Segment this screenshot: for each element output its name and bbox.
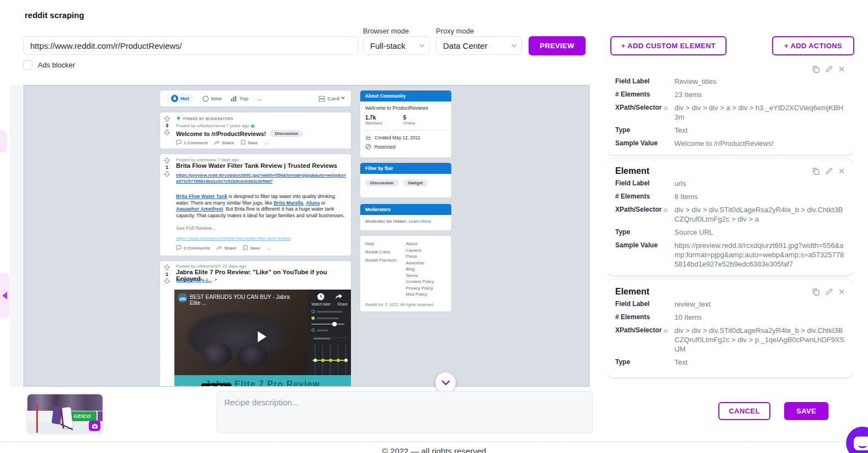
footer-link[interactable]: About [406,241,446,246]
flair-pill[interactable]: Discussion [270,130,303,137]
share-button[interactable]: Share [217,245,236,251]
change-thumbnail-button[interactable] [89,421,100,431]
inline-link[interactable]: Brita Flow Water Tank [176,194,228,199]
inline-link[interactable]: Brita Marella [274,200,303,206]
moderators-text: Moderator list hidden. [365,219,407,224]
ads-blocker-row: Ads blocker [23,60,75,70]
sort-new-tab[interactable]: New [202,95,222,102]
recipe-description-input[interactable] [217,391,593,433]
comment-icon [176,245,181,251]
chevron-down-icon [512,42,517,47]
footer-link[interactable]: Content Policy [406,279,446,284]
post-title[interactable]: Brita Flow Water Filter Tank Review | Tr… [176,162,337,169]
downvote-icon[interactable] [164,171,170,177]
side-panel-collapse-tab[interactable] [0,273,9,318]
xpath-target-icon[interactable]: ◎ [663,105,668,111]
play-button[interactable] [258,331,266,342]
copy-icon[interactable] [812,167,820,175]
sample-value: Welcome to /r/ProductReviews! [674,139,845,148]
chat-icon [854,437,868,450]
recipe-thumbnail[interactable]: GEICO [26,393,104,435]
footer-divider [0,441,868,442]
add-actions-button[interactable]: + ADD ACTIONS [772,36,854,55]
post-card: 3 PINNED BY MODERATORS Posted by u/Notic… [160,112,351,149]
footer-link[interactable]: Reddit Premium [365,258,406,263]
edit-icon[interactable] [825,288,833,296]
footer-link[interactable]: Help [365,241,406,246]
elements-count-value: 6 Items [674,192,845,201]
learn-more-link[interactable]: Learn More [409,219,431,224]
footer-link[interactable]: Reddit Coins [365,250,406,254]
xpath-target-icon[interactable]: ◎ [663,328,668,333]
watch-on-youtube[interactable]: Watch on YouTube [180,383,231,387]
upvote-icon[interactable] [164,264,170,270]
upvote-icon[interactable] [164,157,170,163]
inline-link[interactable]: Aquaphor Amethyst [176,206,223,212]
preview-button[interactable]: PREVIEW [529,36,586,55]
bookmark-icon [243,245,248,251]
footer-link[interactable]: Privacy Policy [406,286,446,291]
save-button[interactable]: SAVE [784,402,829,420]
post-link[interactable]: youtu.be/jbTy-1... ↗ [176,278,217,282]
side-panel-tab[interactable] [0,131,7,152]
save-post-button[interactable]: Save [241,140,258,145]
video-side-panel: Watch later Share [308,290,351,387]
video-embed[interactable]: BEST EARBUDS YOU CAN BUY - Jabra Elite .… [174,290,351,387]
field-label-value: urls [674,179,845,188]
close-icon[interactable] [838,288,845,295]
watch-later-icon[interactable] [317,293,325,301]
close-icon[interactable] [838,168,845,174]
downvote-icon[interactable] [164,278,170,284]
comments-button[interactable]: 1 Comment [176,140,208,145]
share-arrow-icon[interactable] [335,293,343,301]
post-more-button[interactable]: ... [267,246,271,251]
footer-link[interactable]: Mod Policy [406,292,446,297]
ads-blocker-checkbox[interactable] [23,60,32,70]
inline-link[interactable]: Aluna [306,200,320,206]
footer-link[interactable]: Careers [406,248,446,253]
element-card-title: Element [615,166,649,176]
xpath-value: div > div > div > a > div > h3._eYtD2XCV… [674,103,845,122]
post-title[interactable]: Welcome to /r/ProductReviews! [176,131,266,137]
save-post-button[interactable]: Save [243,245,260,251]
video-headline: BEST EARBUDS YOU CAN BUY - Jabra Elite .… [190,294,299,306]
url-input[interactable] [23,36,359,55]
elements-panel: Field LabelReview_titles # Elements23 It… [608,59,853,387]
sort-hot-tab[interactable]: Hot [167,93,194,104]
expand-preview-button[interactable] [435,372,456,393]
review-link[interactable]: https://www.izreview.com/brita-flow-wate… [176,236,291,241]
reddit-copyright: Reddit Inc © 2022. All rights reserved [360,299,451,310]
footer-link[interactable]: Press [406,254,446,259]
chat-widget-button[interactable] [846,427,868,453]
sort-top-tab[interactable]: Top [230,95,248,102]
type-key: Type [615,126,674,135]
proxy-mode-select[interactable]: Data Center [436,36,522,55]
footer-link[interactable]: Terms [406,273,446,278]
cancel-button[interactable]: CANCEL [718,402,770,420]
view-select[interactable]: Card [319,95,344,102]
downvote-icon[interactable] [164,129,170,135]
footer-link[interactable]: Blog [406,267,446,271]
watch-later-label[interactable]: Watch later [311,302,331,306]
sort-more-button[interactable]: ... [257,95,262,101]
browser-mode-select[interactable]: Full-stack [363,36,430,55]
upvote-icon[interactable] [164,116,170,122]
cake-icon [365,134,371,140]
flair-tag[interactable]: Gadget [403,179,428,186]
video-share-label[interactable]: Share [337,302,348,306]
post-more-button[interactable]: ... [264,140,268,145]
flair-tag[interactable]: Discussion [365,179,399,186]
edit-icon[interactable] [825,167,833,175]
close-icon[interactable] [838,66,845,72]
board-ad-text: GEICO [73,414,91,419]
comments-button[interactable]: 0 Comments [176,245,210,251]
moderators-card: Moderators Moderator list hidden. Learn … [360,203,452,231]
xpath-target-icon[interactable]: ◎ [663,207,668,213]
footer-link[interactable]: Advertise [406,261,446,265]
add-custom-element-button[interactable]: + ADD CUSTOM ELEMENT [610,36,727,55]
post-link[interactable]: https://preview.redd.it/rcxdqiurzt691.jp… [176,172,347,184]
copy-icon[interactable] [812,288,820,296]
edit-icon[interactable] [825,65,833,73]
share-button[interactable]: Share [214,140,234,145]
copy-icon[interactable] [812,65,820,73]
